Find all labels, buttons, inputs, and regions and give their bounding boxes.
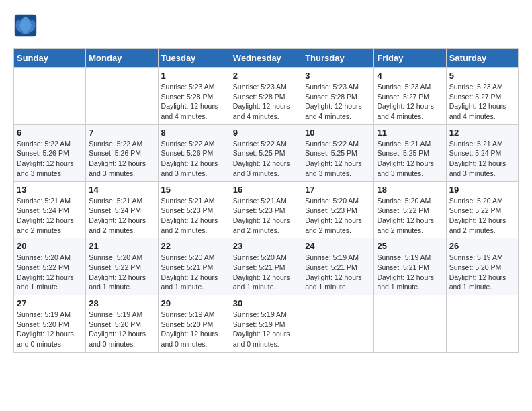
day-number: 7 bbox=[89, 128, 154, 138]
day-number: 10 bbox=[305, 128, 371, 138]
calendar-cell: 1Sunrise: 5:23 AM Sunset: 5:28 PM Daylig… bbox=[158, 68, 230, 125]
calendar-cell: 18Sunrise: 5:20 AM Sunset: 5:22 PM Dayli… bbox=[374, 181, 446, 238]
day-number: 28 bbox=[89, 298, 154, 308]
column-header-sunday: Sunday bbox=[14, 49, 86, 68]
calendar-cell bbox=[14, 68, 86, 125]
day-number: 14 bbox=[89, 185, 154, 195]
calendar-cell: 3Sunrise: 5:23 AM Sunset: 5:28 PM Daylig… bbox=[302, 68, 374, 125]
day-number: 6 bbox=[17, 128, 83, 138]
calendar-cell: 8Sunrise: 5:22 AM Sunset: 5:26 PM Daylig… bbox=[158, 124, 230, 181]
calendar-cell: 11Sunrise: 5:21 AM Sunset: 5:25 PM Dayli… bbox=[374, 124, 446, 181]
calendar-cell: 15Sunrise: 5:21 AM Sunset: 5:23 PM Dayli… bbox=[158, 181, 230, 238]
column-header-tuesday: Tuesday bbox=[158, 49, 230, 68]
day-info: Sunrise: 5:20 AM Sunset: 5:22 PM Dayligh… bbox=[17, 253, 83, 292]
day-number: 18 bbox=[377, 185, 443, 195]
day-info: Sunrise: 5:22 AM Sunset: 5:26 PM Dayligh… bbox=[17, 139, 83, 179]
day-info: Sunrise: 5:21 AM Sunset: 5:24 PM Dayligh… bbox=[17, 196, 83, 236]
day-info: Sunrise: 5:21 AM Sunset: 5:23 PM Dayligh… bbox=[233, 196, 299, 236]
day-number: 11 bbox=[377, 128, 443, 138]
calendar-cell: 13Sunrise: 5:21 AM Sunset: 5:24 PM Dayli… bbox=[14, 181, 86, 238]
calendar-cell: 9Sunrise: 5:22 AM Sunset: 5:25 PM Daylig… bbox=[230, 124, 302, 181]
day-number: 16 bbox=[233, 185, 299, 195]
calendar-cell: 4Sunrise: 5:23 AM Sunset: 5:27 PM Daylig… bbox=[374, 68, 446, 125]
calendar-cell: 10Sunrise: 5:22 AM Sunset: 5:25 PM Dayli… bbox=[302, 124, 374, 181]
day-number: 20 bbox=[17, 241, 83, 251]
day-info: Sunrise: 5:19 AM Sunset: 5:20 PM Dayligh… bbox=[449, 253, 515, 292]
day-info: Sunrise: 5:23 AM Sunset: 5:28 PM Dayligh… bbox=[233, 82, 299, 122]
calendar-week-row: 1Sunrise: 5:23 AM Sunset: 5:28 PM Daylig… bbox=[14, 68, 519, 125]
calendar-cell: 21Sunrise: 5:20 AM Sunset: 5:22 PM Dayli… bbox=[86, 238, 158, 295]
calendar-cell: 19Sunrise: 5:20 AM Sunset: 5:22 PM Dayli… bbox=[446, 181, 518, 238]
calendar-week-row: 6Sunrise: 5:22 AM Sunset: 5:26 PM Daylig… bbox=[14, 124, 519, 181]
logo bbox=[13, 13, 40, 38]
day-number: 4 bbox=[377, 71, 443, 81]
day-info: Sunrise: 5:20 AM Sunset: 5:22 PM Dayligh… bbox=[377, 196, 443, 236]
column-header-thursday: Thursday bbox=[302, 49, 374, 68]
calendar-cell: 27Sunrise: 5:19 AM Sunset: 5:20 PM Dayli… bbox=[14, 295, 86, 353]
calendar-cell: 16Sunrise: 5:21 AM Sunset: 5:23 PM Dayli… bbox=[230, 181, 302, 238]
day-info: Sunrise: 5:23 AM Sunset: 5:28 PM Dayligh… bbox=[161, 82, 227, 122]
day-number: 23 bbox=[233, 241, 299, 251]
day-info: Sunrise: 5:21 AM Sunset: 5:24 PM Dayligh… bbox=[449, 139, 515, 179]
day-info: Sunrise: 5:22 AM Sunset: 5:26 PM Dayligh… bbox=[89, 139, 154, 179]
day-info: Sunrise: 5:19 AM Sunset: 5:20 PM Dayligh… bbox=[89, 310, 154, 349]
day-number: 25 bbox=[377, 241, 443, 251]
calendar-cell: 22Sunrise: 5:20 AM Sunset: 5:21 PM Dayli… bbox=[158, 238, 230, 295]
calendar-cell: 30Sunrise: 5:19 AM Sunset: 5:19 PM Dayli… bbox=[230, 295, 302, 353]
day-number: 3 bbox=[305, 71, 371, 81]
calendar-week-row: 20Sunrise: 5:20 AM Sunset: 5:22 PM Dayli… bbox=[14, 238, 519, 295]
calendar-cell: 29Sunrise: 5:19 AM Sunset: 5:20 PM Dayli… bbox=[158, 295, 230, 353]
day-number: 22 bbox=[161, 241, 227, 251]
calendar-header-row: SundayMondayTuesdayWednesdayThursdayFrid… bbox=[14, 49, 519, 68]
day-info: Sunrise: 5:20 AM Sunset: 5:22 PM Dayligh… bbox=[89, 253, 154, 292]
logo-icon bbox=[13, 13, 38, 38]
day-info: Sunrise: 5:19 AM Sunset: 5:20 PM Dayligh… bbox=[161, 310, 227, 349]
day-number: 15 bbox=[161, 185, 227, 195]
calendar-cell: 17Sunrise: 5:20 AM Sunset: 5:23 PM Dayli… bbox=[302, 181, 374, 238]
day-number: 21 bbox=[89, 241, 154, 251]
calendar-cell: 7Sunrise: 5:22 AM Sunset: 5:26 PM Daylig… bbox=[86, 124, 158, 181]
calendar-cell: 6Sunrise: 5:22 AM Sunset: 5:26 PM Daylig… bbox=[14, 124, 86, 181]
day-number: 27 bbox=[17, 298, 83, 308]
day-number: 8 bbox=[161, 128, 227, 138]
day-number: 30 bbox=[233, 298, 299, 308]
day-info: Sunrise: 5:22 AM Sunset: 5:26 PM Dayligh… bbox=[161, 139, 227, 179]
column-header-monday: Monday bbox=[86, 49, 158, 68]
calendar-cell: 20Sunrise: 5:20 AM Sunset: 5:22 PM Dayli… bbox=[14, 238, 86, 295]
day-number: 5 bbox=[449, 71, 515, 81]
day-info: Sunrise: 5:21 AM Sunset: 5:24 PM Dayligh… bbox=[89, 196, 154, 236]
day-info: Sunrise: 5:22 AM Sunset: 5:25 PM Dayligh… bbox=[305, 139, 371, 179]
day-info: Sunrise: 5:19 AM Sunset: 5:19 PM Dayligh… bbox=[233, 310, 299, 349]
day-info: Sunrise: 5:23 AM Sunset: 5:27 PM Dayligh… bbox=[377, 82, 443, 122]
day-number: 1 bbox=[161, 71, 227, 81]
calendar-cell: 23Sunrise: 5:20 AM Sunset: 5:21 PM Dayli… bbox=[230, 238, 302, 295]
calendar-cell: 28Sunrise: 5:19 AM Sunset: 5:20 PM Dayli… bbox=[86, 295, 158, 353]
calendar-cell: 26Sunrise: 5:19 AM Sunset: 5:20 PM Dayli… bbox=[446, 238, 518, 295]
column-header-saturday: Saturday bbox=[446, 49, 518, 68]
calendar-cell: 24Sunrise: 5:19 AM Sunset: 5:21 PM Dayli… bbox=[302, 238, 374, 295]
calendar-cell bbox=[302, 295, 374, 353]
day-info: Sunrise: 5:22 AM Sunset: 5:25 PM Dayligh… bbox=[233, 139, 299, 179]
column-header-friday: Friday bbox=[374, 49, 446, 68]
calendar-cell bbox=[374, 295, 446, 353]
day-info: Sunrise: 5:19 AM Sunset: 5:21 PM Dayligh… bbox=[377, 253, 443, 292]
day-info: Sunrise: 5:23 AM Sunset: 5:27 PM Dayligh… bbox=[449, 82, 515, 122]
day-info: Sunrise: 5:19 AM Sunset: 5:20 PM Dayligh… bbox=[17, 310, 83, 349]
day-number: 29 bbox=[161, 298, 227, 308]
day-info: Sunrise: 5:20 AM Sunset: 5:21 PM Dayligh… bbox=[233, 253, 299, 292]
day-number: 17 bbox=[305, 185, 371, 195]
column-header-wednesday: Wednesday bbox=[230, 49, 302, 68]
day-number: 13 bbox=[17, 185, 83, 195]
page-header bbox=[13, 13, 519, 38]
day-info: Sunrise: 5:20 AM Sunset: 5:21 PM Dayligh… bbox=[161, 253, 227, 292]
day-info: Sunrise: 5:20 AM Sunset: 5:23 PM Dayligh… bbox=[305, 196, 371, 236]
calendar-cell: 2Sunrise: 5:23 AM Sunset: 5:28 PM Daylig… bbox=[230, 68, 302, 125]
calendar-cell bbox=[446, 295, 518, 353]
day-info: Sunrise: 5:21 AM Sunset: 5:23 PM Dayligh… bbox=[161, 196, 227, 236]
day-info: Sunrise: 5:21 AM Sunset: 5:25 PM Dayligh… bbox=[377, 139, 443, 179]
day-info: Sunrise: 5:20 AM Sunset: 5:22 PM Dayligh… bbox=[449, 196, 515, 236]
day-number: 12 bbox=[449, 128, 515, 138]
day-number: 24 bbox=[305, 241, 371, 251]
calendar-cell: 14Sunrise: 5:21 AM Sunset: 5:24 PM Dayli… bbox=[86, 181, 158, 238]
calendar-cell: 12Sunrise: 5:21 AM Sunset: 5:24 PM Dayli… bbox=[446, 124, 518, 181]
